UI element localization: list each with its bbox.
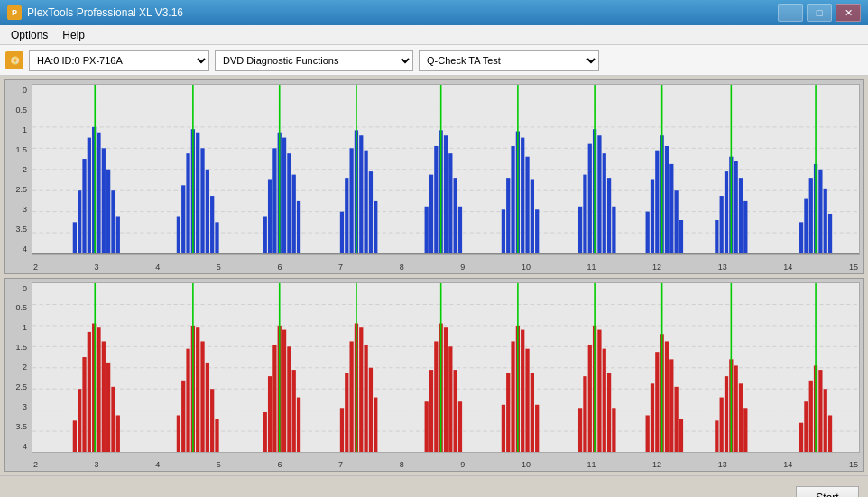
svg-rect-141	[364, 344, 367, 452]
toolbar: 📀 HA:0 ID:0 PX-716A DVD Diagnostic Funct…	[0, 45, 868, 76]
svg-rect-114	[111, 386, 115, 452]
svg-rect-125	[215, 419, 218, 453]
svg-rect-138	[349, 341, 353, 452]
svg-rect-109	[88, 331, 91, 452]
app-icon: P	[7, 5, 22, 20]
svg-rect-25	[210, 196, 214, 253]
svg-rect-50	[444, 135, 448, 253]
drive-select[interactable]: HA:0 ID:0 PX-716A	[29, 50, 209, 71]
svg-rect-77	[665, 146, 669, 254]
svg-rect-68	[597, 135, 601, 253]
svg-rect-57	[511, 146, 514, 254]
menu-help[interactable]: Help	[55, 27, 92, 43]
svg-rect-128	[268, 376, 272, 452]
svg-rect-28	[263, 216, 267, 253]
svg-rect-119	[186, 348, 189, 452]
svg-rect-111	[97, 327, 100, 452]
svg-rect-86	[734, 161, 738, 253]
svg-rect-95	[824, 189, 827, 254]
svg-rect-156	[511, 341, 514, 452]
svg-rect-163	[578, 408, 582, 452]
svg-rect-183	[725, 376, 728, 452]
svg-rect-30	[272, 148, 276, 253]
svg-rect-152	[458, 401, 462, 452]
svg-rect-41	[359, 135, 363, 253]
svg-rect-170	[612, 408, 615, 452]
top-chart-inner	[32, 84, 860, 255]
svg-rect-69	[603, 153, 606, 253]
svg-rect-44	[374, 201, 377, 254]
svg-rect-75	[655, 151, 659, 254]
svg-rect-151	[454, 370, 457, 452]
svg-rect-173	[651, 383, 654, 452]
svg-rect-84	[725, 171, 728, 253]
svg-rect-168	[603, 348, 606, 452]
top-chart-y-axis: 4 3.5 3 2.5 2 1.5 1 0.5 0	[5, 84, 32, 255]
svg-rect-123	[206, 362, 209, 452]
svg-rect-178	[674, 386, 678, 452]
svg-rect-127	[263, 411, 267, 452]
svg-rect-65	[583, 175, 586, 254]
svg-rect-20	[186, 153, 189, 253]
svg-rect-15	[111, 190, 115, 253]
svg-rect-187	[743, 408, 747, 452]
close-button[interactable]: ✕	[836, 4, 861, 22]
svg-rect-191	[809, 380, 813, 452]
svg-rect-55	[502, 209, 505, 253]
svg-rect-29	[268, 179, 272, 253]
svg-rect-96	[828, 214, 832, 254]
start-button[interactable]: Start	[796, 486, 859, 498]
status-bar: Jitter: 5 Peak Shift:	[0, 475, 868, 497]
svg-rect-48	[434, 146, 438, 254]
svg-rect-122	[200, 341, 204, 452]
svg-rect-129	[272, 344, 276, 452]
svg-rect-179	[679, 419, 683, 453]
svg-rect-80	[679, 220, 683, 254]
svg-rect-106	[73, 420, 77, 452]
svg-rect-66	[588, 144, 592, 254]
svg-rect-16	[116, 216, 120, 253]
svg-rect-91	[804, 199, 808, 254]
svg-rect-142	[369, 367, 373, 452]
svg-rect-60	[525, 157, 529, 254]
svg-rect-121	[196, 327, 199, 452]
svg-rect-42	[364, 151, 367, 254]
svg-rect-155	[506, 373, 510, 452]
bottom-chart-x-axis: 2 3 4 5 6 7 8 9 10 11 12 13 14 15	[32, 460, 860, 469]
svg-rect-56	[506, 178, 510, 253]
svg-rect-39	[349, 148, 353, 253]
svg-rect-164	[583, 376, 586, 452]
svg-rect-10	[88, 138, 91, 254]
svg-rect-82	[715, 220, 718, 254]
top-chart-svg	[32, 85, 859, 254]
svg-rect-87	[739, 178, 743, 253]
maximize-button[interactable]: □	[807, 4, 832, 22]
svg-rect-174	[655, 352, 659, 452]
svg-rect-185	[734, 365, 738, 452]
function-select[interactable]: DVD Diagnostic Functions	[215, 50, 413, 71]
svg-rect-133	[292, 370, 296, 452]
svg-rect-165	[588, 344, 592, 452]
bottom-chart-y-axis: 4 3.5 3 2.5 2 1.5 1 0.5 0	[5, 282, 32, 454]
test-select[interactable]: Q-Check TA Test	[419, 50, 599, 71]
svg-rect-51	[448, 153, 452, 253]
svg-rect-9	[82, 159, 86, 253]
svg-rect-83	[720, 196, 724, 253]
svg-rect-7	[73, 222, 77, 253]
minimize-button[interactable]: —	[778, 4, 803, 22]
main-area: 4 3.5 3 2.5 2 1.5 1 0.5 0	[0, 76, 868, 475]
svg-rect-182	[720, 397, 724, 452]
svg-rect-26	[215, 222, 218, 253]
menu-bar: Options Help	[0, 25, 868, 45]
svg-rect-176	[665, 341, 669, 452]
menu-options[interactable]: Options	[4, 27, 55, 43]
svg-rect-8	[78, 190, 81, 253]
svg-rect-47	[429, 175, 433, 254]
svg-rect-62	[535, 209, 539, 253]
svg-rect-53	[458, 207, 462, 254]
svg-rect-13	[102, 148, 106, 253]
svg-rect-19	[181, 185, 185, 253]
svg-rect-132	[287, 346, 291, 452]
svg-rect-117	[177, 415, 180, 452]
svg-rect-137	[345, 373, 348, 452]
